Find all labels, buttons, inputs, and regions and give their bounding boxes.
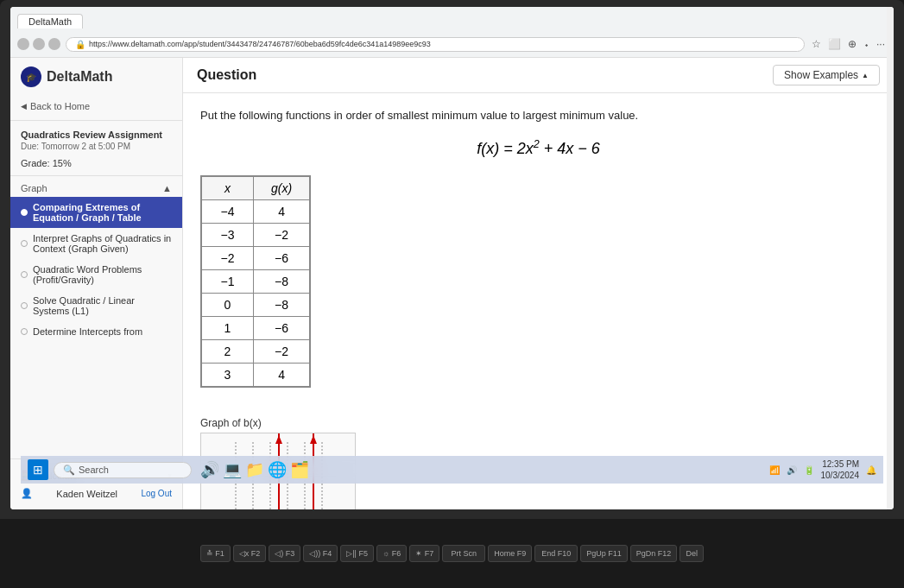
extensions-icon[interactable]: ⬩	[862, 36, 871, 52]
tab-icon[interactable]: ⬜	[826, 36, 843, 52]
table-body: −4 4 −3 −2 −2 −6 −1 −8 0 −8 1 −6 2 −2 3 …	[202, 199, 310, 386]
start-button[interactable]: ⊞	[28, 459, 48, 480]
notification-icon[interactable]: 🔔	[866, 465, 876, 475]
function-text: f(x) = 2x2 + 4x − 6	[477, 140, 600, 157]
forward-btn[interactable]	[33, 38, 45, 50]
key-f6[interactable]: ☼ F6	[376, 545, 407, 562]
sidebar-item-word-label: Quadratic Word Problems (Profit/Gravity)	[33, 264, 172, 285]
table-cell-gx: −2	[254, 223, 310, 246]
table-cell-x: −2	[202, 246, 254, 269]
share-icon[interactable]: ⊕	[846, 36, 858, 52]
logo: 🎓 DeltaMath	[10, 58, 182, 96]
table-row: 1 −6	[202, 316, 310, 339]
grade-label: Grade: 15%	[10, 155, 182, 172]
sidebar-item-interpret-label: Interpret Graphs of Quadratics in Contex…	[33, 233, 172, 254]
browser-tabs: DeltaMath	[10, 7, 894, 31]
col-gx-header: g(x)	[254, 176, 310, 199]
key-f5[interactable]: ▷|| F5	[340, 545, 374, 562]
key-end[interactable]: End F10	[534, 545, 578, 562]
graph-section-label: Graph	[21, 183, 47, 193]
svg-marker-9	[275, 435, 282, 444]
address-bar[interactable]: 🔒 https://www.deltamath.com/app/student/…	[66, 37, 805, 52]
taskbar-icon-1[interactable]: 🔊	[200, 460, 219, 479]
dot-3	[21, 271, 28, 278]
screen-area: DeltaMath 🔒 https://www.deltamath.com/ap…	[10, 7, 894, 509]
table-row: −3 −2	[202, 223, 310, 246]
sidebar-item-word-problems[interactable]: Quadratic Word Problems (Profit/Gravity)	[10, 259, 182, 290]
table-cell-x: 1	[202, 316, 254, 339]
app-container: 🎓 DeltaMath Back to Home Quadratics Revi…	[10, 58, 894, 509]
lock-icon: 🔒	[75, 40, 85, 49]
logout-button[interactable]: Log Out	[141, 489, 172, 498]
sidebar-item-interpret-graphs[interactable]: Interpret Graphs of Quadratics in Contex…	[10, 228, 182, 259]
table-row: −4 4	[202, 199, 310, 223]
key-pgdn[interactable]: PgDn F12	[630, 545, 678, 562]
table-row: 0 −8	[202, 293, 310, 316]
show-examples-button[interactable]: Show Examples	[773, 65, 880, 85]
search-icon: 🔍	[63, 465, 75, 476]
key-prtscn[interactable]: Prt Scn	[442, 545, 485, 562]
data-table-container: x g(x) −4 4 −3 −2 −2 −6 −1 −8 0 −8	[200, 175, 311, 388]
main-body: Put the following functions in order of …	[183, 93, 894, 509]
taskbar: ⊞ 🔍 Search 🔊 💻 📁 🌐 🗂️ 📶 🔊 🔋 12:35 PM 10/…	[21, 456, 883, 484]
taskbar-icon-4[interactable]: 🌐	[268, 460, 287, 479]
reload-btn[interactable]	[48, 38, 60, 50]
user-info: 👤 Kaden Weitzel Log Out	[21, 484, 172, 503]
volume-icon: 🔊	[787, 465, 797, 475]
table-cell-gx: −8	[254, 293, 310, 316]
table-cell-x: 0	[202, 293, 254, 316]
taskbar-time: 12:35 PM 10/3/2024	[821, 458, 860, 481]
back-btn[interactable]	[17, 38, 29, 50]
dot-5	[21, 328, 28, 335]
search-label: Search	[79, 465, 109, 475]
back-to-home-link[interactable]: Back to Home	[10, 96, 182, 117]
browser-action-buttons: ☆ ⬜ ⊕ ⬩ ···	[810, 36, 887, 52]
key-del[interactable]: Del	[680, 545, 704, 562]
main-content: Question Show Examples Put the following…	[183, 58, 894, 509]
table-row: 3 4	[202, 363, 310, 386]
table-cell-gx: 4	[254, 363, 310, 386]
key-f1[interactable]: ≛ F1	[200, 545, 231, 562]
browser-controls	[17, 38, 60, 50]
table-cell-x: −4	[202, 199, 254, 223]
table-cell-x: 3	[202, 363, 254, 386]
active-dot	[21, 209, 28, 216]
user-name: Kaden Weitzel	[56, 489, 117, 499]
sidebar-item-solve-quadratic[interactable]: Solve Quadratic / Linear Systems (L1)	[10, 290, 182, 321]
main-header: Question Show Examples	[183, 58, 894, 93]
table-row: −2 −6	[202, 246, 310, 269]
bookmark-star-icon[interactable]: ☆	[810, 36, 823, 52]
taskbar-search[interactable]: 🔍 Search	[54, 462, 192, 478]
question-text: Put the following functions in order of …	[200, 107, 876, 124]
table-cell-x: −1	[202, 269, 254, 293]
table-cell-x: −3	[202, 223, 254, 246]
laptop-screen: DeltaMath 🔒 https://www.deltamath.com/ap…	[0, 0, 904, 535]
keyboard-row: ≛ F1 ◁x F2 ◁) F3 ◁)) F4 ▷|| F5 ☼ F6 ✶ F7…	[0, 519, 904, 588]
dot-4	[21, 302, 28, 309]
sidebar-item-intercepts-label: Determine Intercepts from	[33, 326, 142, 337]
sidebar-item-comparing-extremes[interactable]: Comparing Extremes of Equation / Graph /…	[10, 197, 182, 228]
taskbar-icon-5[interactable]: 🗂️	[290, 460, 309, 479]
divider-1	[10, 120, 182, 121]
key-f4[interactable]: ◁)) F4	[303, 545, 338, 562]
sidebar-item-determine-intercepts[interactable]: Determine Intercepts from	[10, 321, 182, 342]
data-table: x g(x) −4 4 −3 −2 −2 −6 −1 −8 0 −8	[201, 176, 310, 387]
taskbar-icon-3[interactable]: 📁	[245, 460, 264, 479]
taskbar-icon-2[interactable]: 💻	[223, 460, 242, 479]
key-pgup[interactable]: PgUp F11	[580, 545, 628, 562]
table-cell-gx: −6	[254, 246, 310, 269]
table-cell-gx: −2	[254, 339, 310, 363]
key-f7[interactable]: ✶ F7	[409, 545, 439, 562]
table-header-row: x g(x)	[202, 176, 310, 199]
graph-section-header: Graph ▲	[10, 180, 182, 197]
browser-tab[interactable]: DeltaMath	[17, 14, 83, 28]
collapse-icon[interactable]: ▲	[162, 183, 172, 193]
menu-icon[interactable]: ···	[875, 36, 887, 52]
scroll-indicator[interactable]	[887, 58, 894, 509]
key-home[interactable]: Home F9	[488, 545, 532, 562]
key-f2[interactable]: ◁x F2	[233, 545, 267, 562]
function-equation: f(x) = 2x2 + 4x − 6	[200, 138, 876, 158]
key-f3[interactable]: ◁) F3	[269, 545, 300, 562]
browser-chrome: DeltaMath 🔒 https://www.deltamath.com/ap…	[10, 7, 894, 58]
dot-2	[21, 240, 28, 247]
